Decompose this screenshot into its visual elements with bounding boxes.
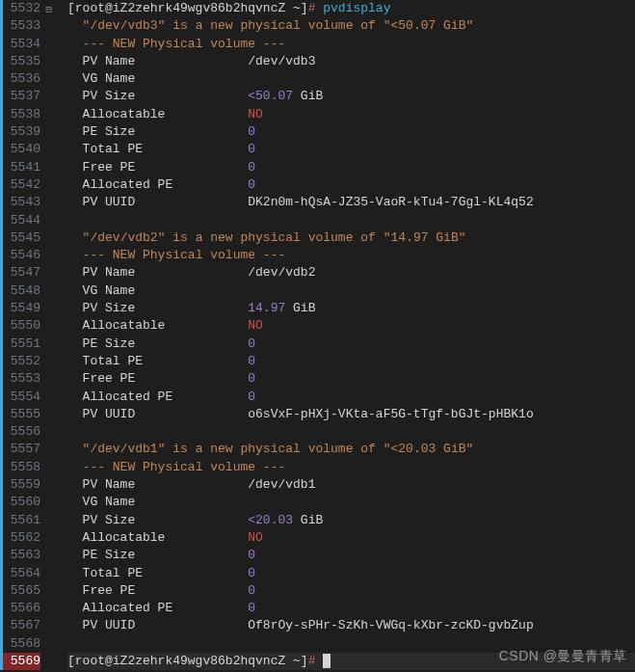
free-pe-row: Free PE 0: [67, 582, 635, 600]
pv-intro: "/dev/vdb2" is a new physical volume of …: [67, 229, 635, 247]
total-pe-row: Total PE 0: [67, 565, 635, 582]
line-number: 5567: [0, 617, 40, 634]
pv-name-row: PV Name /dev/vdb3: [67, 53, 635, 70]
pv-intro: "/dev/vdb3" is a new physical volume of …: [67, 17, 635, 35]
pe-size-row: PE Size 0: [67, 336, 635, 353]
free-pe-row: Free PE 0: [67, 370, 635, 388]
allocatable-row: Allocatable NO: [67, 529, 635, 547]
vg-name-row: VG Name: [67, 282, 635, 300]
line-number: 5543: [0, 194, 40, 211]
blank-line: [67, 212, 635, 229]
pv-uuid-row: PV UUID o6sVxF-pHXj-VKta-aF5G-tTgf-bGJt-…: [67, 406, 635, 423]
line-number: 5562: [0, 529, 40, 547]
line-number: 5554: [0, 389, 40, 406]
line-number: 5552: [0, 353, 40, 370]
line-number: 5563: [0, 547, 40, 564]
line-number: 5564: [0, 565, 40, 582]
pv-header: --- NEW Physical volume ---: [67, 459, 635, 476]
blank-line: [67, 423, 635, 441]
allocatable-row: Allocatable NO: [67, 317, 635, 335]
line-number: 5545: [0, 229, 40, 247]
pv-size-row: PV Size <20.03 GiB: [67, 512, 635, 529]
line-number: 5557: [0, 441, 40, 458]
allocated-pe-row: Allocated PE 0: [67, 600, 635, 617]
cursor: [323, 654, 331, 668]
pv-header: --- NEW Physical volume ---: [67, 247, 635, 264]
line-number-gutter: 5532553355345535553655375538553955405541…: [0, 0, 50, 670]
line-number: 5536: [0, 70, 40, 88]
pv-size-row: PV Size <50.07 GiB: [67, 88, 635, 105]
line-number: 5551: [0, 336, 40, 353]
line-number: 5553: [0, 370, 40, 388]
pv-header: --- NEW Physical volume ---: [67, 36, 635, 53]
pv-intro: "/dev/vdb1" is a new physical volume of …: [67, 441, 635, 458]
line-number: 5534: [0, 36, 40, 53]
free-pe-row: Free PE 0: [67, 159, 635, 176]
line-number: 5569: [0, 653, 40, 670]
line-number: 5546: [0, 247, 40, 264]
command: pvdisplay: [323, 1, 390, 15]
watermark: CSDN @曼曼青青草: [499, 647, 627, 664]
total-pe-row: Total PE 0: [67, 353, 635, 370]
pv-name-row: PV Name /dev/vdb2: [67, 264, 635, 282]
line-number: 5533: [0, 17, 40, 35]
line-number: 5541: [0, 159, 40, 176]
line-number: 5559: [0, 476, 40, 494]
allocated-pe-row: Allocated PE 0: [67, 389, 635, 406]
line-number: 5535: [0, 53, 40, 70]
prompt-line: [root@iZ2zehrk49wgv86b2hqvncZ ~]# pvdisp…: [67, 0, 635, 17]
allocatable-row: Allocatable NO: [67, 106, 635, 123]
pv-size-row: PV Size 14.97 GiB: [67, 300, 635, 317]
line-number: 5544: [0, 212, 40, 229]
line-number: 5550: [0, 317, 40, 335]
line-number: 5539: [0, 123, 40, 141]
line-number: 5542: [0, 176, 40, 194]
line-number: 5568: [0, 635, 40, 653]
allocated-pe-row: Allocated PE 0: [67, 176, 635, 194]
line-number: 5565: [0, 582, 40, 600]
line-number: 5540: [0, 141, 40, 158]
line-number: 5547: [0, 264, 40, 282]
line-number: 5538: [0, 106, 40, 123]
pe-size-row: PE Size 0: [67, 547, 635, 564]
line-number: 5549: [0, 300, 40, 317]
code-editor: 5532553355345535553655375538553955405541…: [0, 0, 635, 670]
line-number: 5566: [0, 600, 40, 617]
line-number: 5537: [0, 88, 40, 105]
vg-name-row: VG Name: [67, 70, 635, 88]
pv-uuid-row: PV UUID Of8rOy-sPHr-SzKh-VWGq-kXbr-zcKD-…: [67, 617, 635, 634]
total-pe-row: Total PE 0: [67, 141, 635, 158]
pv-uuid-row: PV UUID DK2n0m-hQsA-JZ35-VaoR-kTu4-7Ggl-…: [67, 194, 635, 211]
pe-size-row: PE Size 0: [67, 123, 635, 141]
line-number: 5555: [0, 406, 40, 423]
line-number: 5556: [0, 423, 40, 441]
vg-name-row: VG Name: [67, 494, 635, 511]
line-number: 5532: [0, 0, 40, 17]
pv-name-row: PV Name /dev/vdb1: [67, 476, 635, 494]
line-number: 5560: [0, 494, 40, 511]
code-area[interactable]: [root@iZ2zehrk49wgv86b2hqvncZ ~]# pvdisp…: [50, 0, 635, 670]
line-number: 5561: [0, 512, 40, 529]
line-number: 5548: [0, 282, 40, 300]
line-number: 5558: [0, 459, 40, 476]
